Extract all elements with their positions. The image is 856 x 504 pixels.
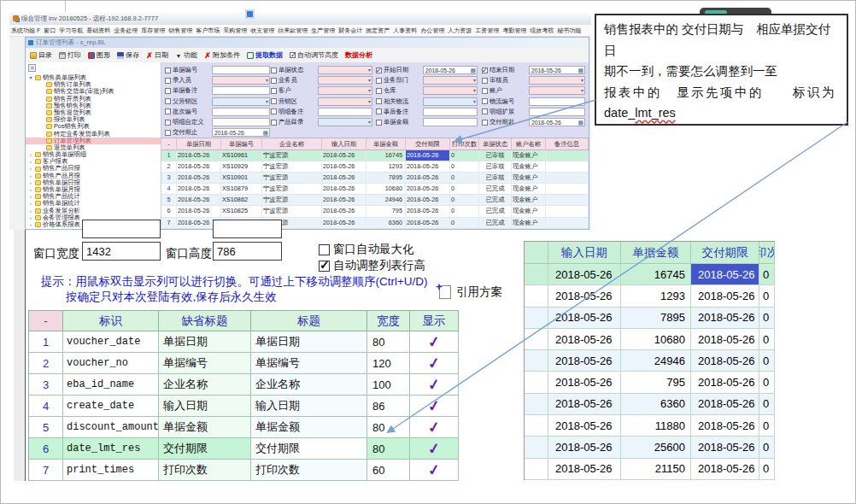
table-row[interactable]: 2018-05-26 795 2018-05-26 0	[525, 372, 775, 393]
menu-item[interactable]: 考勤管理	[501, 26, 528, 35]
menu-item[interactable]: 销售管理	[167, 26, 194, 35]
filter-checkbox[interactable]	[271, 88, 277, 94]
status-cell[interactable]: 已完成	[479, 206, 512, 216]
filter-checkbox[interactable]	[271, 67, 277, 73]
field-config-row[interactable]: 4 create_date 输入日期 输入日期 86	[29, 396, 459, 417]
filter-checkbox[interactable]	[271, 78, 277, 84]
column-header[interactable]: 单据状态	[479, 138, 512, 149]
column-header[interactable]: 标题	[251, 311, 367, 331]
field-config-row[interactable]: 6 date_lmt_res 交付期限 交付期限 80	[29, 438, 459, 460]
default-title-cell[interactable]: 打印次数	[159, 460, 251, 481]
filter-checkbox[interactable]	[482, 67, 488, 73]
note-cell[interactable]	[546, 184, 589, 194]
due-date-cell[interactable]: 2018-05-26	[691, 372, 759, 392]
table-row[interactable]: 1 2018-05-26 XS10961 宁波宏源 2018-05-26 167…	[161, 150, 589, 161]
print-times-cell[interactable]: 0	[759, 459, 775, 479]
filter-field[interactable]	[529, 108, 585, 116]
table-row[interactable]: 2018-05-26 1293 2018-05-26 0	[525, 285, 775, 307]
title-cell[interactable]: 交付期限	[251, 438, 367, 460]
account-cell[interactable]: 现金账户	[512, 173, 546, 183]
voucher-date-cell[interactable]: 2018-05-26	[177, 161, 221, 172]
tree-collapse-button[interactable]: ≡	[28, 64, 36, 72]
input-date-cell[interactable]: 2018-05-26	[322, 184, 366, 194]
due-date-cell[interactable]: 2018-05-26	[406, 184, 450, 194]
column-header[interactable]: -	[29, 311, 63, 331]
account-cell[interactable]: 现金账户	[512, 184, 546, 194]
print-times-cell[interactable]: 0	[759, 350, 775, 371]
data-analysis-button[interactable]: 数据分析	[345, 50, 372, 60]
cut-input-field[interactable]	[82, 220, 161, 238]
filter-checkbox[interactable]	[165, 108, 171, 114]
due-date-cell[interactable]: 2018-05-26	[406, 206, 450, 216]
column-header[interactable]: -	[161, 138, 177, 149]
menu-item[interactable]: 人事资料	[391, 26, 419, 35]
status-cell[interactable]: 已审核	[479, 173, 512, 183]
toolbar-button[interactable]: 目录	[30, 50, 52, 60]
toolbar-button[interactable]: 提取数据	[247, 50, 283, 60]
width-cell[interactable]: 80	[367, 331, 410, 353]
amount-cell[interactable]: 7895	[366, 173, 406, 183]
table-row[interactable]: 5 2018-05-26 XS10862 宁波宏源 2018-05-26 249…	[161, 195, 589, 206]
visible-check-icon[interactable]	[410, 374, 459, 396]
note-cell[interactable]	[546, 173, 589, 183]
column-header[interactable]: 标识	[63, 311, 159, 331]
column-header[interactable]: 输入日期	[322, 138, 366, 149]
print-times-cell[interactable]: 0	[759, 415, 775, 436]
table-row[interactable]: 2018-05-26 25600 2018-05-26 0	[525, 437, 775, 458]
menu-item[interactable]: 采购管理	[221, 26, 249, 35]
note-cell[interactable]	[546, 218, 589, 228]
filter-field[interactable]	[212, 108, 270, 116]
title-cell[interactable]: 企业名称	[251, 374, 367, 396]
filter-field[interactable]	[212, 118, 270, 126]
table-row[interactable]: 2018-05-26 7895 2018-05-26 0	[525, 308, 775, 329]
tree-item[interactable]: 预售退货列表	[26, 109, 161, 116]
company-name-cell[interactable]: 宁波宏源	[262, 206, 322, 216]
input-date-cell[interactable]: 2018-05-26	[548, 372, 621, 392]
width-cell[interactable]: 120	[367, 353, 410, 374]
input-date-cell[interactable]: 2018-05-26	[548, 350, 621, 371]
filter-field[interactable]	[212, 66, 270, 74]
filter-checkbox[interactable]	[165, 130, 171, 136]
visible-check-icon[interactable]	[410, 460, 459, 481]
column-header[interactable]: 打印次数	[759, 242, 775, 263]
default-title-cell[interactable]: 输入日期	[159, 396, 251, 417]
title-cell[interactable]: 单据日期	[251, 331, 367, 353]
filter-checkbox[interactable]	[165, 67, 171, 73]
amount-cell[interactable]: 10680	[366, 184, 406, 194]
input-date-cell[interactable]: 2018-05-26	[548, 329, 621, 349]
filter-checkbox[interactable]	[376, 67, 382, 73]
filter-checkbox[interactable]	[165, 88, 171, 94]
input-date-cell[interactable]: 2018-05-26	[322, 150, 366, 161]
menu-item[interactable]: 绩效考核	[528, 26, 555, 35]
voucher-date-cell[interactable]: 2018-05-26	[177, 184, 221, 194]
company-name-cell[interactable]: 宁波宏源	[262, 195, 322, 205]
column-header[interactable]: 交付期限	[406, 138, 450, 149]
print-times-cell[interactable]: 0	[450, 173, 479, 183]
width-cell[interactable]: 86	[367, 396, 410, 417]
filter-field[interactable]	[423, 108, 478, 116]
due-date-cell[interactable]: 2018-05-26	[691, 329, 759, 349]
menu-item[interactable]: 往来款管理	[276, 26, 309, 35]
print-times-cell[interactable]: 0	[450, 195, 479, 205]
title-cell[interactable]: 输入日期	[251, 396, 367, 417]
due-date-cell[interactable]: 2018-05-26	[691, 437, 759, 457]
filter-field[interactable]	[212, 97, 270, 106]
field-code-cell[interactable]: eba_id_name	[63, 374, 159, 396]
menu-item[interactable]: 固定资产	[364, 26, 391, 35]
input-date-cell[interactable]: 2018-05-26	[548, 308, 621, 328]
filter-field[interactable]	[529, 97, 585, 106]
table-row[interactable]: 2018-05-26 16745 2018-05-26 0	[525, 264, 775, 285]
menu-item[interactable]: 库存管理	[139, 26, 167, 35]
voucher-date-cell[interactable]: 2018-05-26	[177, 206, 221, 216]
voucher-date-cell[interactable]: 2018-05-26	[177, 173, 221, 183]
field-config-row[interactable]: 1 voucher_date 单据日期 单据日期 80	[29, 331, 459, 353]
filter-field[interactable]	[318, 97, 372, 106]
window-height-input[interactable]	[213, 242, 282, 261]
menu-item[interactable]: 学习导航	[57, 26, 85, 35]
column-header[interactable]: 交付期限	[691, 242, 759, 263]
print-times-cell[interactable]: 0	[450, 206, 479, 216]
input-date-cell[interactable]: 2018-05-26	[548, 285, 621, 306]
filter-field[interactable]	[318, 66, 372, 74]
toolbar-button[interactable]: 图形	[88, 50, 110, 60]
column-header[interactable]: 宽度	[367, 311, 410, 331]
